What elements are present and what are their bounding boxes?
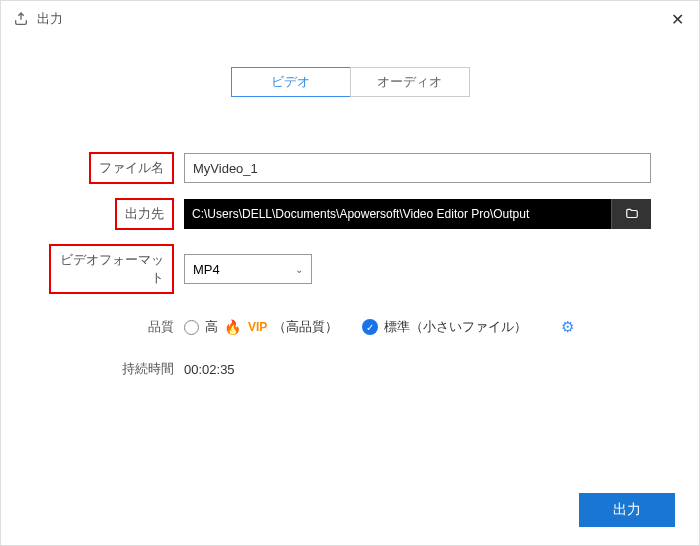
row-duration: 持続時間 00:02:35 bbox=[49, 360, 651, 378]
folder-icon bbox=[624, 207, 640, 221]
field-quality: 高 🔥VIP （高品質） ✓ 標準（小さいファイル） ⚙ bbox=[184, 318, 651, 336]
tab-audio[interactable]: オーディオ bbox=[350, 67, 470, 97]
quality-standard-option[interactable]: ✓ 標準（小さいファイル） bbox=[362, 318, 527, 336]
label-duration: 持続時間 bbox=[49, 360, 184, 378]
row-outputdir: 出力先 C:\Users\DELL\Documents\Apowersoft\V… bbox=[49, 198, 651, 230]
label-quality: 品質 bbox=[49, 318, 184, 336]
field-format: MP4 ⌄ bbox=[184, 254, 651, 284]
duration-value: 00:02:35 bbox=[184, 362, 235, 377]
settings-button[interactable]: ⚙ bbox=[561, 318, 574, 336]
label-filename-wrap: ファイル名 bbox=[49, 152, 184, 184]
field-outputdir: C:\Users\DELL\Documents\Apowersoft\Video… bbox=[184, 199, 651, 229]
export-button[interactable]: 出力 bbox=[579, 493, 675, 527]
row-format: ビデオフォーマット MP4 ⌄ bbox=[49, 244, 651, 294]
window-title: 出力 bbox=[37, 10, 63, 28]
field-filename bbox=[184, 153, 651, 183]
quality-high-option[interactable]: 高 🔥VIP （高品質） bbox=[184, 318, 338, 336]
tab-bar: ビデオ オーディオ bbox=[1, 67, 699, 97]
quality-high-label: 高 bbox=[205, 318, 218, 336]
tab-video[interactable]: ビデオ bbox=[231, 67, 351, 97]
radio-unchecked-icon bbox=[184, 320, 199, 335]
filename-input[interactable] bbox=[184, 153, 651, 183]
gear-icon: ⚙ bbox=[561, 318, 574, 335]
label-outputdir-wrap: 出力先 bbox=[49, 198, 184, 230]
outputdir-display: C:\Users\DELL\Documents\Apowersoft\Video… bbox=[184, 199, 611, 229]
label-outputdir: 出力先 bbox=[115, 198, 174, 230]
field-duration: 00:02:35 bbox=[184, 362, 651, 377]
title-bar: 出力 ✕ bbox=[1, 1, 699, 37]
quality-high-suffix: （高品質） bbox=[273, 318, 338, 336]
chevron-down-icon: ⌄ bbox=[295, 264, 303, 275]
browse-button[interactable] bbox=[611, 199, 651, 229]
title-left: 出力 bbox=[13, 10, 63, 28]
quality-standard-label: 標準（小さいファイル） bbox=[384, 318, 527, 336]
format-value: MP4 bbox=[193, 262, 220, 277]
export-icon bbox=[13, 11, 29, 27]
row-filename: ファイル名 bbox=[49, 152, 651, 184]
export-form: ファイル名 出力先 C:\Users\DELL\Documents\Apower… bbox=[1, 152, 699, 378]
label-filename: ファイル名 bbox=[89, 152, 174, 184]
radio-checked-icon: ✓ bbox=[362, 319, 378, 335]
close-icon: ✕ bbox=[671, 11, 684, 28]
vip-badge: VIP bbox=[248, 320, 267, 334]
label-format: ビデオフォーマット bbox=[49, 244, 174, 294]
label-format-wrap: ビデオフォーマット bbox=[49, 244, 184, 294]
fire-icon: 🔥 bbox=[224, 319, 241, 335]
close-button[interactable]: ✕ bbox=[667, 10, 687, 29]
footer: 出力 bbox=[579, 493, 675, 527]
row-quality: 品質 高 🔥VIP （高品質） ✓ 標準（小さいファイル） ⚙ bbox=[49, 318, 651, 336]
format-select[interactable]: MP4 ⌄ bbox=[184, 254, 312, 284]
